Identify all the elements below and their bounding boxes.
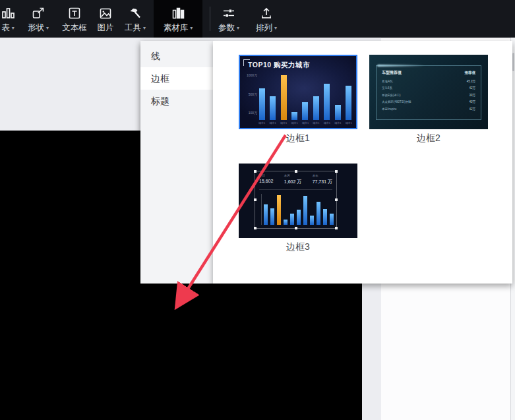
template-label: 边框3 (239, 241, 357, 253)
image-icon (98, 5, 113, 20)
kpi-value: 1,602 万 (284, 179, 301, 185)
chevron-down-icon: ▾ (46, 25, 49, 31)
preview-resize-handle (254, 170, 257, 173)
chevron-down-icon: ▾ (143, 25, 146, 31)
preview-resize-handle (254, 198, 257, 201)
template-label: 边框1 (239, 133, 357, 144)
chevron-down-icon: ▾ (274, 25, 277, 31)
preview-bar (270, 96, 276, 120)
preview-bar (277, 195, 281, 225)
toolbar-label: 图片 (98, 22, 114, 34)
preview-bar (317, 202, 320, 225)
template-label: 边框2 (369, 133, 488, 144)
kpi-label: 本月 (284, 174, 301, 177)
toolbar-label: 文本框 (62, 22, 87, 34)
preview-bar (290, 214, 294, 225)
preview-table-row: 本田Inspire42万 (382, 107, 475, 111)
preview-bar (313, 96, 319, 121)
preview-kpi-row: 今日 15,602 本月 1,602 万 本年 77,731 万 (259, 174, 332, 190)
preview-resize-handle (335, 198, 338, 201)
preview-bar (310, 216, 314, 225)
preview-x-label: 城市1 (280, 120, 287, 126)
tools-icon (128, 5, 142, 20)
preview-bar-chart: 城市1城市1城市1城市1城市1城市1城市1城市1城市1 (258, 73, 352, 126)
preview-resize-handle (335, 170, 338, 173)
preview-bar (323, 209, 327, 225)
border-template-3-thumbnail[interactable]: 今日 15,602 本月 1,602 万 本年 77,731 万 (239, 164, 357, 238)
bar-chart-icon (1, 5, 15, 20)
preview-x-label: 城市1 (291, 120, 297, 126)
preview-x-label: 城市1 (258, 120, 265, 126)
preview-resize-handle (295, 227, 297, 229)
kpi-value: 15,602 (259, 179, 273, 183)
preview-table-row: 大众辉昂(480TSI)旗舰40万 (382, 100, 475, 104)
preview-x-label: 城市1 (302, 120, 309, 126)
border-template-2-thumbnail[interactable]: 车型推荐值 推荐值 奥迪A6L45.3万宝马5系42万奔驰E级(进口)39万大众… (369, 55, 488, 129)
border-template-1-thumbnail[interactable]: TOP10 购买力城市 1000万 500万 100万 城市1城市1城市1城市1… (239, 55, 357, 129)
preview-table-card: 车型推荐值 推荐值 奥迪A6L45.3万宝马5系42万奔驰E级(进口)39万大众… (376, 65, 481, 120)
toolbar-item-arrange[interactable]: 排列▾ (248, 0, 285, 38)
menu-item-border[interactable]: 边框 (140, 67, 213, 90)
preview-bar (330, 214, 334, 225)
menu-item-title[interactable]: 标题 (140, 90, 213, 112)
preview-bar (259, 88, 265, 120)
preview-bar (302, 102, 308, 120)
textbox-icon (67, 5, 82, 20)
preview-y-axis: 1000万 500万 100万 (241, 73, 257, 115)
preview-bar (284, 220, 288, 225)
preview-bar-chart (261, 194, 333, 225)
chevron-down-icon: ▾ (237, 25, 239, 31)
preview-table-title: 车型推荐值 (382, 70, 402, 76)
preview-x-label: 城市1 (313, 120, 319, 126)
preview-bar (264, 204, 268, 225)
toolbar-label: 表 (1, 22, 10, 34)
preview-bar (303, 196, 307, 225)
toolbar-item-tools[interactable]: 工具▾ (117, 0, 154, 38)
toolbar-item-parameters[interactable]: 参数▾ (210, 0, 247, 38)
scrollbar-thumb[interactable] (512, 53, 514, 71)
preview-bar (270, 208, 274, 225)
preview-x-label: 城市1 (324, 120, 330, 126)
preview-bar (291, 112, 297, 120)
preview-table-row: 宝马5系42万 (382, 86, 475, 90)
params-icon (222, 5, 236, 20)
preview-widget: 今日 15,602 本月 1,602 万 本年 77,731 万 (255, 171, 337, 229)
toolbar-label: 形状 (28, 22, 44, 34)
preview-bar (346, 86, 351, 120)
toolbar-label: 参数 (218, 22, 235, 34)
chevron-down-icon: ▾ (190, 25, 193, 31)
toolbar-label: 工具 (125, 22, 141, 34)
preview-bar (324, 84, 330, 120)
library-icon (171, 5, 185, 20)
toolbar-label: 素材库 (164, 22, 189, 34)
preview-resize-handle (295, 170, 297, 173)
preview-bar (281, 75, 287, 120)
preview-bar (297, 210, 301, 225)
preview-x-label: 城市1 (334, 120, 341, 126)
kpi-label: 今日 (259, 174, 273, 177)
material-library-panel: TOP10 购买力城市 1000万 500万 100万 城市1城市1城市1城市1… (213, 41, 512, 284)
preview-bar (335, 105, 341, 120)
preview-x-label: 城市1 (346, 120, 352, 126)
preview-resize-handle (254, 227, 257, 229)
preview-resize-handle (335, 227, 338, 229)
preview-table-rows: 奥迪A6L45.3万宝马5系42万奔驰E级(进口)39万大众辉昂(480TSI)… (382, 80, 475, 111)
app-window: { "toolbar": { "caret_glyph": "▾", "item… (0, 0, 515, 420)
main-toolbar: 表▾ 形状▾ 文本框 图片 工具▾ 素材库▾ 参数▾ (0, 0, 515, 38)
kpi-label: 本年 (313, 174, 332, 177)
preview-table-row: 奔驰E级(进口)39万 (382, 94, 475, 97)
preview-table-row: 奥迪A6L45.3万 (382, 80, 475, 83)
preview-table-value-header: 推荐值 (465, 71, 476, 75)
toolbar-item-material-library[interactable]: 素材库▾ (154, 0, 202, 38)
toolbar-item-shapes[interactable]: 形状▾ (20, 0, 57, 38)
preview-chart-title: TOP10 购买力城市 (248, 61, 310, 70)
chevron-down-icon: ▾ (12, 25, 15, 31)
shape-icon (31, 5, 45, 20)
toolbar-label: 排列 (256, 22, 272, 34)
menu-item-line[interactable]: 线 (140, 45, 213, 67)
material-library-menu: 线 边框 标题 (140, 41, 213, 284)
kpi-value: 77,731 万 (313, 179, 332, 185)
arrange-icon (259, 5, 274, 20)
preview-x-label: 城市1 (269, 120, 276, 126)
